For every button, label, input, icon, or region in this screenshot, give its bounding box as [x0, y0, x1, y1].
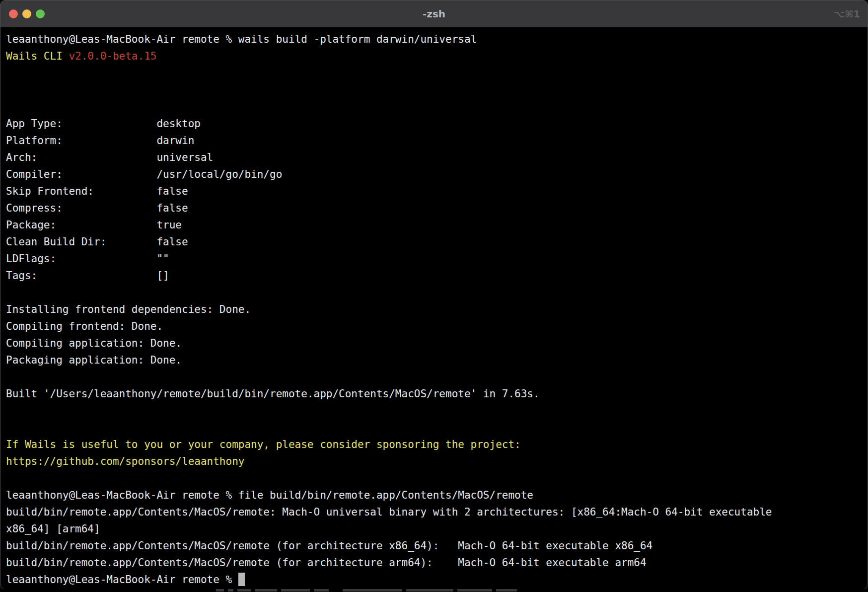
terminal-text-segment: Compiler: /usr/local/go/bin/go [6, 168, 282, 180]
terminal-text-segment: Wails CLI [6, 50, 69, 62]
terminal-text-segment: Skip Frontend: false [6, 185, 188, 197]
terminal-line: https://github.com/sponsors/leaanthony [6, 453, 868, 470]
terminal-cursor [238, 573, 245, 586]
terminal-text-segment: build/bin/remote.app/Contents/MacOS/remo… [6, 540, 652, 552]
terminal-text-segment: leaanthony@Leas-MacBook-Air remote % fil… [6, 489, 533, 501]
terminal-line: Built '/Users/leaanthony/remote/build/bi… [6, 385, 868, 402]
terminal-line: App Type: desktop [6, 115, 868, 132]
terminal-text-segment: Built '/Users/leaanthony/remote/build/bi… [6, 388, 540, 400]
terminal-text-segment: Installing frontend dependencies: Done. [6, 303, 251, 315]
terminal-text-segment: build/bin/remote.app/Contents/MacOS/remo… [6, 506, 772, 518]
terminal-line: LDFlags: "" [6, 250, 868, 267]
terminal-text-segment: App Type: desktop [6, 118, 201, 130]
zoom-button[interactable] [36, 9, 45, 18]
terminal-output[interactable]: leaanthony@Leas-MacBook-Air remote % wai… [0, 27, 868, 588]
terminal-text-segment: Platform: darwin [6, 135, 194, 147]
terminal-line: Clean Build Dir: false [6, 233, 868, 250]
terminal-text-segment: Packaging application: Done. [6, 354, 182, 366]
terminal-line [6, 81, 868, 98]
terminal-line: leaanthony@Leas-MacBook-Air remote % wai… [6, 31, 868, 48]
terminal-text-segment: Tags: [] [6, 270, 169, 282]
terminal-text-segment: https://github.com/sponsors/leaanthony [6, 455, 244, 467]
terminal-line: build/bin/remote.app/Contents/MacOS/remo… [6, 504, 868, 520]
close-button[interactable] [9, 9, 18, 18]
traffic-lights [0, 9, 45, 18]
terminal-line [6, 419, 868, 436]
terminal-text-segment: Compiling frontend: Done. [6, 320, 163, 332]
terminal-line: build/bin/remote.app/Contents/MacOS/remo… [6, 537, 868, 554]
terminal-line [6, 98, 868, 115]
terminal-text-segment: v2.0.0-beta.15 [69, 50, 156, 62]
terminal-line: Tags: [] [6, 267, 868, 284]
terminal-line: Packaging application: Done. [6, 352, 868, 369]
terminal-text-segment: leaanthony@Leas-MacBook-Air remote % [6, 574, 238, 586]
window-title: -zsh [0, 8, 868, 20]
terminal-text-segment: If Wails is useful to you or your compan… [6, 439, 521, 450]
terminal-line: leaanthony@Leas-MacBook-Air remote % fil… [6, 487, 868, 504]
background-window-sliver [0, 589, 868, 592]
terminal-line: Skip Frontend: false [6, 183, 868, 200]
terminal-line: Platform: darwin [6, 132, 868, 149]
terminal-text-segment: Compiling application: Done. [6, 337, 182, 349]
terminal-line [6, 369, 868, 385]
terminal-text-segment: LDFlags: "" [6, 253, 169, 265]
terminal-line: x86_64] [arm64] [6, 520, 868, 537]
terminal-text-segment: build/bin/remote.app/Contents/MacOS/remo… [6, 557, 647, 569]
terminal-line [6, 65, 868, 81]
terminal-line: build/bin/remote.app/Contents/MacOS/remo… [6, 554, 868, 571]
terminal-text-segment: leaanthony@Leas-MacBook-Air remote % wai… [6, 33, 477, 45]
terminal-line: leaanthony@Leas-MacBook-Air remote % [6, 571, 868, 588]
terminal-line [6, 470, 868, 487]
tab-shortcut-label: ⌥⌘1 [834, 8, 868, 19]
terminal-text-segment: Package: true [6, 219, 182, 231]
terminal-text-segment: Arch: universal [6, 151, 213, 163]
terminal-line: Compress: false [6, 200, 868, 217]
terminal-line: Compiling application: Done. [6, 335, 868, 352]
minimize-button[interactable] [22, 9, 31, 18]
terminal-line: Package: true [6, 217, 868, 233]
terminal-text-segment: x86_64] [arm64] [6, 523, 100, 535]
terminal-line [6, 402, 868, 419]
terminal-line: Compiler: /usr/local/go/bin/go [6, 166, 868, 183]
window-titlebar[interactable]: -zsh ⌥⌘1 [0, 0, 868, 27]
terminal-text-segment: Compress: false [6, 202, 188, 214]
terminal-line [6, 284, 868, 301]
terminal-text-segment: Clean Build Dir: false [6, 236, 188, 248]
terminal-line: If Wails is useful to you or your compan… [6, 436, 868, 453]
terminal-window: -zsh ⌥⌘1 leaanthony@Leas-MacBook-Air rem… [0, 0, 868, 589]
terminal-line: Compiling frontend: Done. [6, 318, 868, 335]
terminal-line: Arch: universal [6, 149, 868, 166]
terminal-line: Wails CLI v2.0.0-beta.15 [6, 48, 868, 65]
terminal-line: Installing frontend dependencies: Done. [6, 301, 868, 318]
